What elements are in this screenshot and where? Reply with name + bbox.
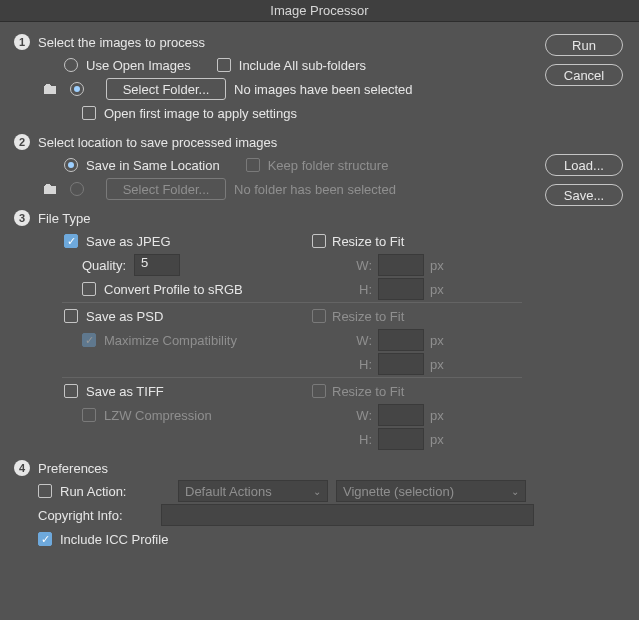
copyright-input[interactable] <box>161 504 534 526</box>
chevron-down-icon: ⌄ <box>313 486 321 497</box>
save-jpeg-check[interactable] <box>64 234 78 248</box>
jpeg-resize-label: Resize to Fit <box>332 234 404 249</box>
cancel-button[interactable]: Cancel <box>545 64 623 86</box>
save-psd-label: Save as PSD <box>86 309 163 324</box>
psd-w-input <box>378 329 424 351</box>
same-location-label: Save in Same Location <box>86 158 220 173</box>
step-1-badge: 1 <box>14 34 30 50</box>
tiff-h-px: px <box>430 432 444 447</box>
jpeg-h-input <box>378 278 424 300</box>
include-subfolders-check[interactable] <box>217 58 231 72</box>
step-4-badge: 4 <box>14 460 30 476</box>
tiff-h-label: H: <box>348 432 372 447</box>
jpeg-h-px: px <box>430 282 444 297</box>
psd-w-px: px <box>430 333 444 348</box>
quality-input[interactable]: 5 <box>134 254 180 276</box>
save-tiff-label: Save as TIFF <box>86 384 164 399</box>
jpeg-w-px: px <box>430 258 444 273</box>
keep-structure-label: Keep folder structure <box>268 158 389 173</box>
no-folder-text: No folder has been selected <box>234 182 396 197</box>
psd-resize-label: Resize to Fit <box>332 309 404 324</box>
window-title: Image Processor <box>0 0 639 22</box>
tiff-resize-check <box>312 384 326 398</box>
step-4-heading: Preferences <box>38 461 108 476</box>
use-open-images-radio[interactable] <box>64 58 78 72</box>
save-select-folder-radio[interactable] <box>70 182 84 196</box>
chevron-down-icon: ⌄ <box>511 486 519 497</box>
srgb-label: Convert Profile to sRGB <box>104 282 243 297</box>
folder-in-icon: 🖿 <box>38 80 62 98</box>
jpeg-h-label: H: <box>348 282 372 297</box>
jpeg-w-label: W: <box>348 258 372 273</box>
action-set-select: Default Actions⌄ <box>178 480 328 502</box>
separator <box>62 377 522 378</box>
action-select: Vignette (selection)⌄ <box>336 480 526 502</box>
step-2-badge: 2 <box>14 134 30 150</box>
step-3-badge: 3 <box>14 210 30 226</box>
include-subfolders-label: Include All sub-folders <box>239 58 366 73</box>
srgb-check[interactable] <box>82 282 96 296</box>
tiff-w-label: W: <box>348 408 372 423</box>
run-button[interactable]: Run <box>545 34 623 56</box>
select-folder-button[interactable]: Select Folder... <box>106 78 226 100</box>
icc-profile-label: Include ICC Profile <box>60 532 168 547</box>
psd-h-px: px <box>430 357 444 372</box>
use-open-images-label: Use Open Images <box>86 58 191 73</box>
save-tiff-check[interactable] <box>64 384 78 398</box>
tiff-w-px: px <box>430 408 444 423</box>
lzw-check <box>82 408 96 422</box>
step-2-heading: Select location to save processed images <box>38 135 277 150</box>
copyright-label: Copyright Info: <box>38 508 153 523</box>
save-select-folder-button: Select Folder... <box>106 178 226 200</box>
select-folder-radio[interactable] <box>70 82 84 96</box>
run-action-check[interactable] <box>38 484 52 498</box>
save-psd-check[interactable] <box>64 309 78 323</box>
same-location-radio[interactable] <box>64 158 78 172</box>
save-button[interactable]: Save... <box>545 184 623 206</box>
tiff-h-input <box>378 428 424 450</box>
psd-h-label: H: <box>348 357 372 372</box>
lzw-label: LZW Compression <box>104 408 212 423</box>
psd-h-input <box>378 353 424 375</box>
no-images-text: No images have been selected <box>234 82 413 97</box>
step-1-heading: Select the images to process <box>38 35 205 50</box>
keep-structure-check <box>246 158 260 172</box>
jpeg-w-input <box>378 254 424 276</box>
save-jpeg-label: Save as JPEG <box>86 234 171 249</box>
load-button[interactable]: Load... <box>545 154 623 176</box>
quality-label: Quality: <box>82 258 126 273</box>
open-first-image-label: Open first image to apply settings <box>104 106 297 121</box>
separator <box>62 302 522 303</box>
open-first-image-check[interactable] <box>82 106 96 120</box>
run-action-label: Run Action: <box>60 484 170 499</box>
psd-w-label: W: <box>348 333 372 348</box>
psd-resize-check <box>312 309 326 323</box>
tiff-resize-label: Resize to Fit <box>332 384 404 399</box>
max-compat-check <box>82 333 96 347</box>
step-3-heading: File Type <box>38 211 91 226</box>
jpeg-resize-check[interactable] <box>312 234 326 248</box>
max-compat-label: Maximize Compatibility <box>104 333 237 348</box>
folder-out-icon: 🖿 <box>38 180 62 198</box>
icc-profile-check[interactable] <box>38 532 52 546</box>
tiff-w-input <box>378 404 424 426</box>
